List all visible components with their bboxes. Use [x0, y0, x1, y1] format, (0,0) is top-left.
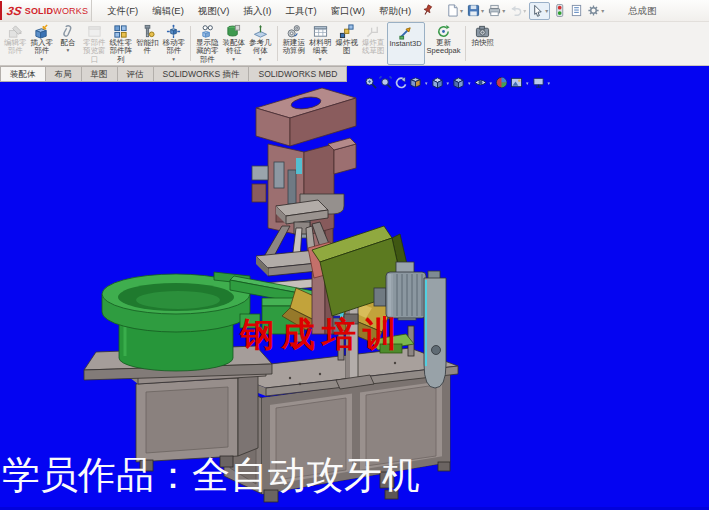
ribbon-button-edit-component: 编辑零 部件 — [2, 22, 29, 65]
ribbon-button-label: 爆炸直 线草图 — [362, 39, 385, 56]
insert-component-dropdown-icon[interactable]: ▾ — [40, 57, 43, 62]
window-accent — [0, 1, 2, 20]
ribbon-button-reference-geometry[interactable]: 参考几 何体▾ — [247, 22, 274, 65]
reference-geometry-icon — [253, 24, 268, 39]
ribbon-button-assembly-features[interactable]: 装配体 特征▾ — [221, 22, 248, 65]
zoom-area-icon[interactable] — [379, 76, 392, 89]
menu-item-帮助H[interactable]: 帮助(H) — [372, 0, 418, 22]
ribbon-button-move-component[interactable]: 移动零 部件▾ — [161, 22, 188, 65]
ribbon-button-label: 智能扣 件 — [136, 39, 159, 56]
section-view-icon[interactable] — [409, 76, 422, 89]
ribbon-button-label: 配合 — [61, 39, 76, 47]
new-document-icon[interactable]: ▾ — [445, 2, 464, 20]
select-icon[interactable]: ▾ — [529, 2, 550, 20]
undo-icon[interactable]: ▾ — [508, 2, 527, 20]
file-properties-icon[interactable] — [569, 2, 584, 20]
pin-menu-icon[interactable] — [418, 0, 436, 21]
apply-scene-dropdown-icon[interactable]: ▾ — [526, 80, 529, 86]
hide-show-items-icon[interactable] — [474, 76, 487, 89]
save-icon[interactable]: ▾ — [466, 2, 485, 20]
options-dropdown-icon[interactable]: ▾ — [601, 7, 604, 14]
ribbon-button-label: 新建运 动算例 — [283, 39, 306, 56]
ribbon-button-show-hidden[interactable]: 显示隐 藏的零 部件 — [194, 22, 221, 65]
ribbon-button-mate[interactable]: 配合▾ — [55, 22, 81, 65]
display-style-icon[interactable] — [452, 76, 465, 89]
menu-item-窗口W[interactable]: 窗口(W) — [324, 0, 372, 22]
new-document-dropdown-icon[interactable]: ▾ — [460, 7, 463, 14]
tab-SOLIDWORKS-MBD[interactable]: SOLIDWORKS MBD — [249, 66, 347, 82]
save-dropdown-icon[interactable]: ▾ — [481, 7, 484, 14]
component-preview-icon — [87, 24, 102, 39]
explode-sketch-icon — [366, 24, 381, 39]
app: { "window": { "logo_mark": "3S", "brand_… — [0, 0, 709, 510]
view-orientation-icon[interactable] — [431, 76, 444, 89]
ribbon-button-label: Instant3D — [390, 40, 422, 48]
mate-dropdown-icon[interactable]: ▾ — [67, 48, 70, 53]
ribbon-button-label: 线性零 部件阵 列 — [110, 39, 133, 64]
menu-bar: 3S SOLIDWORKS 文件(F)编辑(E)视图(V)插入(I)工具(T)窗… — [0, 0, 709, 22]
ribbon-button-instant3d[interactable]: Instant3D — [387, 22, 425, 65]
menu-item-视图V[interactable]: 视图(V) — [191, 0, 237, 22]
update-speedpak-icon — [436, 24, 451, 39]
ribbon-button-snapshot[interactable]: 拍快照 — [469, 22, 496, 65]
undo-dropdown-icon[interactable]: ▾ — [523, 7, 526, 14]
menu-items: 文件(F)编辑(E)视图(V)插入(I)工具(T)窗口(W)帮助(H) — [100, 0, 418, 22]
menu-item-工具T[interactable]: 工具(T) — [278, 0, 323, 22]
linear-pattern-icon — [113, 24, 128, 39]
quick-access-toolbar: ▾▾▾▾▾▾ — [444, 2, 606, 20]
tab-装配体[interactable]: 装配体 — [0, 66, 46, 82]
display-style-dropdown-icon[interactable]: ▾ — [468, 80, 471, 86]
mate-icon — [61, 24, 76, 39]
ribbon-button-update-speedpak[interactable]: 更新 Speedpak — [425, 22, 463, 65]
ribbon-button-label: 拍快照 — [471, 39, 494, 47]
bom-icon — [313, 24, 328, 39]
print-dropdown-icon[interactable]: ▾ — [502, 7, 505, 14]
solidworks-logo: 3S SOLIDWORKS — [0, 0, 92, 21]
move-component-dropdown-icon[interactable]: ▾ — [172, 57, 175, 62]
insert-component-icon — [34, 24, 49, 39]
model-end-plate[interactable] — [424, 271, 446, 388]
move-component-icon — [166, 24, 181, 39]
rebuild-icon[interactable] — [552, 2, 567, 20]
view-settings-icon[interactable] — [532, 76, 545, 89]
menu-item-编辑E[interactable]: 编辑(E) — [145, 0, 191, 22]
edit-appearance-icon[interactable] — [495, 76, 508, 89]
reference-geometry-dropdown-icon[interactable]: ▾ — [259, 57, 262, 62]
assembly-features-dropdown-icon[interactable]: ▾ — [232, 57, 235, 62]
ribbon-button-explode-sketch: 爆炸直 线草图 — [360, 22, 387, 65]
view-orientation-dropdown-icon[interactable]: ▾ — [447, 80, 450, 86]
exploded-view-icon — [339, 24, 354, 39]
menu-item-插入I[interactable]: 插入(I) — [236, 0, 278, 22]
snapshot-icon — [475, 24, 490, 39]
show-hidden-icon — [200, 24, 215, 39]
view-settings-dropdown-icon[interactable]: ▾ — [548, 80, 551, 86]
ribbon-separator — [277, 26, 278, 61]
instant3d-icon — [398, 25, 413, 40]
ribbon-button-smart-fasteners[interactable]: 智能扣 件 — [134, 22, 161, 65]
ribbon-button-bom[interactable]: 材料明 细表▾ — [307, 22, 334, 65]
zoom-fit-icon[interactable] — [364, 76, 377, 89]
ribbon-button-label: 零部件 预览窗 口 — [83, 39, 106, 64]
ribbon-button-insert-component[interactable]: 插入零 部件▾ — [29, 22, 56, 65]
ribbon-button-motion-study[interactable]: 新建运 动算例 — [281, 22, 308, 65]
previous-view-icon[interactable] — [394, 76, 407, 89]
select-dropdown-icon[interactable]: ▾ — [545, 7, 548, 14]
model-canvas[interactable] — [0, 66, 709, 510]
options-icon[interactable]: ▾ — [586, 2, 605, 20]
bom-dropdown-icon[interactable]: ▾ — [319, 57, 322, 62]
apply-scene-icon[interactable] — [510, 76, 523, 89]
print-icon[interactable]: ▾ — [487, 2, 506, 20]
hide-show-items-dropdown-icon[interactable]: ▾ — [490, 80, 493, 86]
ribbon-button-label: 显示隐 藏的零 部件 — [196, 39, 219, 64]
ribbon-button-exploded-view[interactable]: 爆炸视 图 — [334, 22, 361, 65]
tab-草图[interactable]: 草图 — [82, 66, 118, 82]
viewport[interactable]: ▾▾▾▾▾▾ 钢成培训 学员作品：全自动攻牙机 — [0, 66, 709, 510]
section-view-dropdown-icon[interactable]: ▾ — [425, 80, 428, 86]
tab-SOLIDWORKS-插件[interactable]: SOLIDWORKS 插件 — [154, 66, 250, 82]
menu-item-文件F[interactable]: 文件(F) — [100, 0, 145, 22]
dassault-3s-icon: 3S — [6, 4, 23, 18]
ribbon-button-label: 参考几 何体 — [249, 39, 272, 56]
ribbon-button-linear-pattern[interactable]: 线性零 部件阵 列▾ — [108, 22, 135, 65]
tab-评估[interactable]: 评估 — [118, 66, 154, 82]
tab-布局[interactable]: 布局 — [46, 66, 82, 82]
